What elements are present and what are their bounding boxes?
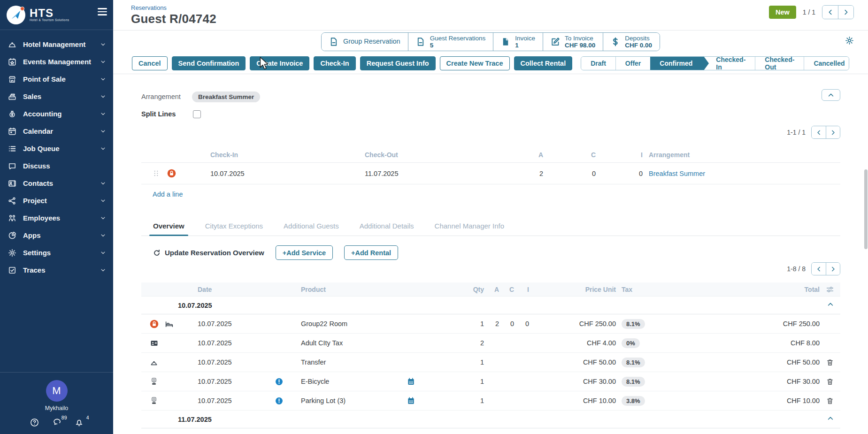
delete-row-icon[interactable] <box>826 378 834 386</box>
messages-icon[interactable]: 89 <box>52 418 61 428</box>
request-guest-info-button[interactable]: Request Guest Info <box>360 56 436 70</box>
calendar-icon[interactable] <box>407 378 415 386</box>
group-date: 11.07.2025 <box>178 416 212 423</box>
arrangement-tag[interactable]: Breakfast Summer <box>192 91 260 102</box>
sidebar-item-job-queue[interactable]: Job Queue <box>0 140 113 157</box>
column-header-c[interactable]: C <box>499 286 514 293</box>
drag-handle-icon[interactable] <box>153 169 160 177</box>
sidebar-item-project[interactable]: Project <box>0 192 113 209</box>
date-cell: 10.07.2025 <box>198 320 266 327</box>
tab-additional-details[interactable]: Additional Details <box>360 222 414 236</box>
smart-button-to-invoice[interactable]: To InvoiceCHF 98.00 <box>543 33 603 51</box>
lines-pager-prev-icon[interactable] <box>812 126 826 138</box>
group-row-11-07-2025[interactable]: 11.07.2025 <box>141 411 840 428</box>
sidebar-item-events-management[interactable]: Events Management <box>0 53 113 70</box>
overview-pager-text: 1-8 / 8 <box>787 265 806 273</box>
sidebar-item-employees[interactable]: Employees <box>0 209 113 227</box>
tab-additional-guests[interactable]: Additional Guests <box>284 222 339 236</box>
sidebar-item-contacts[interactable]: Contacts <box>0 175 113 192</box>
pager-prev-icon[interactable] <box>822 6 838 19</box>
sidebar-item-point-of-sale[interactable]: Point of Sale <box>0 70 113 88</box>
delete-row-icon[interactable] <box>826 397 834 405</box>
status-stage-draft[interactable]: Draft <box>581 57 615 70</box>
info-icon[interactable] <box>275 397 283 405</box>
split-lines-checkbox[interactable] <box>193 110 201 118</box>
column-header-product[interactable]: Product <box>301 286 404 293</box>
send-confirmation-button[interactable]: Send Confirmation <box>172 56 246 70</box>
smart-button-invoice[interactable]: Invoice1 <box>493 33 543 51</box>
table-row[interactable]: 10.07.202511.07.2025200Breakfast Summer <box>141 163 840 184</box>
status-stage-cancelled[interactable]: Cancelled <box>804 57 849 70</box>
tab-channel-manager-info[interactable]: Channel Manager Info <box>435 222 504 236</box>
table-row[interactable]: 10.07.2025Transfer1CHF 50.008.1%CHF 50.0… <box>141 353 840 372</box>
collapse-section-button[interactable] <box>822 89 840 101</box>
smart-button-group-reservation[interactable]: Group Reservation <box>322 33 408 51</box>
table-row[interactable]: 10.07.2025Parking Lot (3)1CHF 10.003.8%C… <box>141 391 840 411</box>
sidebar-item-settings[interactable]: Settings <box>0 244 113 261</box>
column-header-i[interactable]: I <box>596 151 643 159</box>
notifications-icon[interactable]: 4 <box>75 418 84 428</box>
sidebar-item-sales[interactable]: Sales <box>0 88 113 105</box>
column-header-a[interactable]: A <box>484 286 499 293</box>
column-header-tax[interactable]: Tax <box>616 286 672 293</box>
table-row[interactable]: 10.07.2025Group22 Room1200CHF 250.008.1%… <box>141 314 840 334</box>
update-overview-button[interactable]: Update Reservation Overview <box>153 249 264 257</box>
smart-button-deposits[interactable]: DepositsCHF 0.00 <box>603 33 660 51</box>
chevron-down-icon <box>100 145 106 152</box>
column-header-i[interactable]: I <box>514 286 529 293</box>
add-rental-button[interactable]: +Add Rental <box>344 245 398 260</box>
status-stage-offer[interactable]: Offer <box>615 57 650 70</box>
create-invoice-button[interactable]: Create Invoice <box>250 56 309 70</box>
add-a-line-link[interactable]: Add a line <box>153 190 183 198</box>
column-header-total[interactable]: Total <box>759 286 820 293</box>
breadcrumb[interactable]: Reservations <box>131 4 216 11</box>
smart-button-guest-reservations[interactable]: Guest Reservations5 <box>408 33 493 51</box>
settings-gear-icon[interactable] <box>845 36 854 46</box>
collect-rental-button[interactable]: Collect Rental <box>514 56 573 70</box>
status-stage-confirmed[interactable]: Confirmed <box>650 57 704 70</box>
table-row[interactable]: 10.07.2025E-Bicycle1CHF 30.008.1%CHF 30.… <box>141 372 840 391</box>
info-icon[interactable] <box>275 378 283 386</box>
avatar[interactable]: M <box>46 380 68 402</box>
status-stage-checked-in[interactable]: Checked-In <box>704 57 755 70</box>
column-header-check-in[interactable]: Check-In <box>202 151 365 159</box>
sidebar-item-discuss[interactable]: Discuss <box>0 157 113 175</box>
product-cell: Adult CIty Tax <box>301 339 404 347</box>
group-collapse-icon[interactable] <box>827 301 834 309</box>
tab-citytax-exceptions[interactable]: Citytax Exceptions <box>205 222 263 236</box>
sidebar-item-traces[interactable]: Traces <box>0 261 113 279</box>
check-in-button[interactable]: Check-In <box>314 56 355 70</box>
overview-pager-prev-icon[interactable] <box>812 263 826 275</box>
delete-row-icon[interactable] <box>826 358 834 366</box>
create-new-trace-button[interactable]: Create New Trace <box>440 56 510 70</box>
overview-pager-next-icon[interactable] <box>826 263 840 275</box>
calendar-icon <box>8 127 17 136</box>
table-row[interactable]: 10.07.2025Adult CIty Tax2CHF 4.000%CHF 8… <box>141 334 840 353</box>
sidebar-item-calendar[interactable]: Calendar <box>0 122 113 140</box>
lines-pager-next-icon[interactable] <box>826 126 840 138</box>
column-header-check-out[interactable]: Check-Out <box>365 151 487 159</box>
column-header-arrangement[interactable]: Arrangement <box>643 151 840 159</box>
help-icon[interactable] <box>30 418 39 428</box>
column-header-a[interactable]: A <box>487 151 543 159</box>
column-header-c[interactable]: C <box>543 151 596 159</box>
scrollbar-thumb[interactable] <box>864 169 868 249</box>
sidebar-item-apps[interactable]: Apps <box>0 227 113 244</box>
menu-toggle-icon[interactable] <box>96 6 108 17</box>
column-options-icon[interactable] <box>826 286 834 293</box>
sidebar-item-hotel-management[interactable]: Hotel Management <box>0 36 113 53</box>
add-service-button[interactable]: +Add Service <box>276 245 333 260</box>
column-header-price-unit[interactable]: Price Unit <box>529 286 616 293</box>
calendar-icon[interactable] <box>407 397 415 405</box>
tab-overview[interactable]: Overview <box>153 222 184 236</box>
sidebar-item-accounting[interactable]: Accounting <box>0 105 113 122</box>
column-header-qty[interactable]: Qty <box>461 286 484 293</box>
new-button[interactable]: New <box>769 6 796 19</box>
group-collapse-icon[interactable] <box>827 415 834 423</box>
pager-next-icon[interactable] <box>838 6 853 19</box>
group-row-10-07-2025[interactable]: 10.07.2025 <box>141 297 840 314</box>
column-header-date[interactable]: Date <box>198 286 266 293</box>
status-stage-checked-out[interactable]: Checked-Out <box>755 57 804 70</box>
cancel-button[interactable]: Cancel <box>132 56 168 70</box>
arrangement-link[interactable]: Breakfast Summer <box>649 170 705 177</box>
